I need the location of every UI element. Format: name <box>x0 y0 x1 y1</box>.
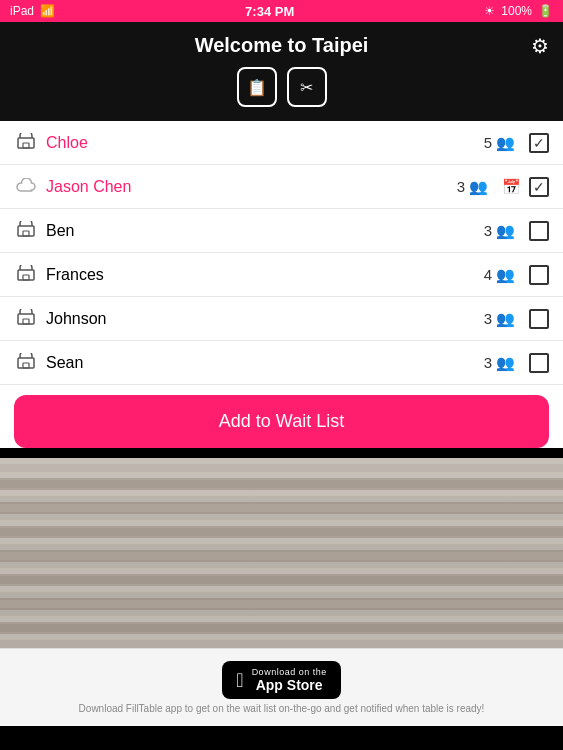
guest-count: 3 👥 <box>484 310 515 328</box>
table-row: Chloe 5 👥 ✓ <box>0 121 563 165</box>
guest-name: Ben <box>46 222 484 240</box>
store-icon <box>14 221 38 240</box>
guest-count: 3 👥 <box>457 178 488 196</box>
row-actions: 📅 ✓ <box>502 177 549 197</box>
status-right: ☀ 100% 🔋 <box>484 4 553 18</box>
appstore-main-label: App Store <box>252 677 327 693</box>
appstore-text: Download on the App Store <box>252 667 327 693</box>
guest-count: 3 👥 <box>484 222 515 240</box>
store-icon <box>14 353 38 372</box>
slat <box>0 502 563 514</box>
page-title: Welcome to Taipei <box>0 34 563 57</box>
guest-name: Jason Chen <box>46 178 457 196</box>
count-number: 3 <box>484 310 492 327</box>
guest-name: Chloe <box>46 134 484 152</box>
count-number: 4 <box>484 266 492 283</box>
slat <box>0 526 563 538</box>
apple-logo-icon:  <box>236 670 243 690</box>
checked-checkbox[interactable]: ✓ <box>529 177 549 197</box>
clipboard-button[interactable]: 📋 <box>237 67 277 107</box>
guest-count: 3 👥 <box>484 354 515 372</box>
count-number: 3 <box>457 178 465 195</box>
checked-checkbox[interactable]: ✓ <box>529 133 549 153</box>
guest-name: Johnson <box>46 310 484 328</box>
store-icon <box>14 309 38 328</box>
count-number: 5 <box>484 134 492 151</box>
store-icon <box>14 265 38 284</box>
header: ⚙ Welcome to Taipei 📋 ✂ <box>0 22 563 121</box>
slat <box>0 574 563 586</box>
table-row: Johnson 3 👥 <box>0 297 563 341</box>
calendar-icon: 📅 <box>502 178 521 196</box>
background-photo <box>0 458 563 648</box>
brightness-icon: ☀ <box>484 4 495 18</box>
people-icon: 👥 <box>496 266 515 284</box>
carrier-label: iPad <box>10 4 34 18</box>
clipboard-icon: 📋 <box>247 78 267 97</box>
people-icon: 👥 <box>469 178 488 196</box>
guest-count: 4 👥 <box>484 266 515 284</box>
table-row: Sean 3 👥 <box>0 341 563 385</box>
status-left: iPad 📶 <box>10 4 55 18</box>
row-actions <box>529 221 549 241</box>
wifi-icon: 📶 <box>40 4 55 18</box>
cloud-icon <box>14 178 38 195</box>
slat <box>0 622 563 634</box>
table-row: Frances 4 👥 <box>0 253 563 297</box>
people-icon: 👥 <box>496 222 515 240</box>
row-actions <box>529 265 549 285</box>
unchecked-checkbox[interactable] <box>529 353 549 373</box>
scissors-icon: ✂ <box>300 78 313 97</box>
appstore-sub-label: Download on the <box>252 667 327 677</box>
slat <box>0 550 563 562</box>
check-icon: ✓ <box>533 136 545 150</box>
battery-icon: 🔋 <box>538 4 553 18</box>
waitlist-container: Chloe 5 👥 ✓ Jason Chen 3 👥 📅 ✓ <box>0 121 563 448</box>
settings-button[interactable]: ⚙ <box>531 34 549 58</box>
row-actions <box>529 353 549 373</box>
scissors-button[interactable]: ✂ <box>287 67 327 107</box>
people-icon: 👥 <box>496 354 515 372</box>
table-row: Jason Chen 3 👥 📅 ✓ <box>0 165 563 209</box>
people-icon: 👥 <box>496 134 515 152</box>
add-to-waitlist-button[interactable]: Add to Wait List <box>14 395 549 448</box>
slat <box>0 478 563 490</box>
store-icon <box>14 133 38 152</box>
unchecked-checkbox[interactable] <box>529 265 549 285</box>
guest-name: Sean <box>46 354 484 372</box>
guest-name: Frances <box>46 266 484 284</box>
row-actions: ✓ <box>529 133 549 153</box>
guest-count: 5 👥 <box>484 134 515 152</box>
people-icon: 👥 <box>496 310 515 328</box>
footer-caption: Download FillTable app to get on the wai… <box>79 703 485 714</box>
status-time: 7:34 PM <box>245 4 294 19</box>
check-icon: ✓ <box>533 180 545 194</box>
status-bar: iPad 📶 7:34 PM ☀ 100% 🔋 <box>0 0 563 22</box>
footer:  Download on the App Store Download Fil… <box>0 648 563 726</box>
unchecked-checkbox[interactable] <box>529 309 549 329</box>
row-actions <box>529 309 549 329</box>
count-number: 3 <box>484 222 492 239</box>
count-number: 3 <box>484 354 492 371</box>
header-icon-group: 📋 ✂ <box>0 67 563 107</box>
battery-label: 100% <box>501 4 532 18</box>
appstore-button[interactable]:  Download on the App Store <box>222 661 340 699</box>
slat <box>0 598 563 610</box>
unchecked-checkbox[interactable] <box>529 221 549 241</box>
table-row: Ben 3 👥 <box>0 209 563 253</box>
